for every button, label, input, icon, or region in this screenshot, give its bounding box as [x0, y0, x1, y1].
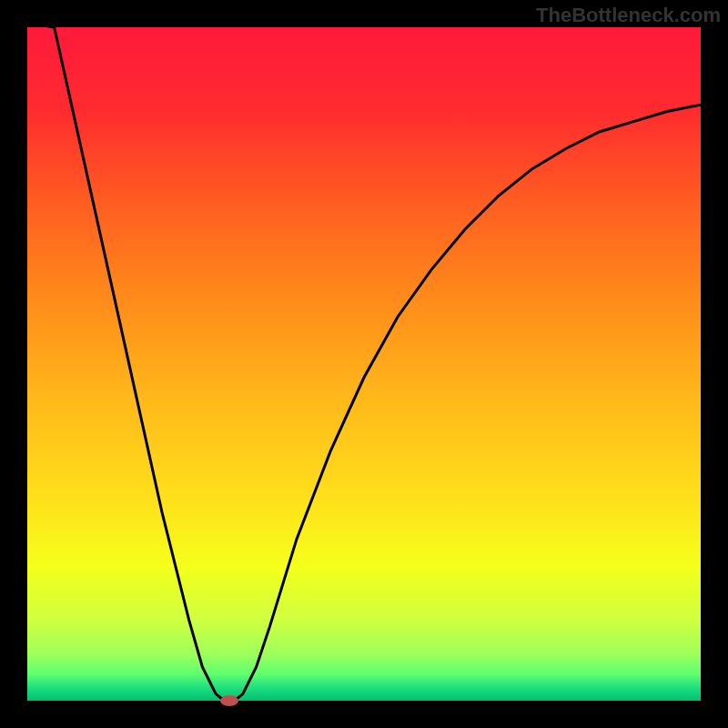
chart-container: TheBottleneck.com — [0, 0, 728, 728]
minimum-marker — [220, 695, 238, 706]
watermark-text: TheBottleneck.com — [536, 4, 721, 27]
bottleneck-chart — [0, 0, 728, 728]
